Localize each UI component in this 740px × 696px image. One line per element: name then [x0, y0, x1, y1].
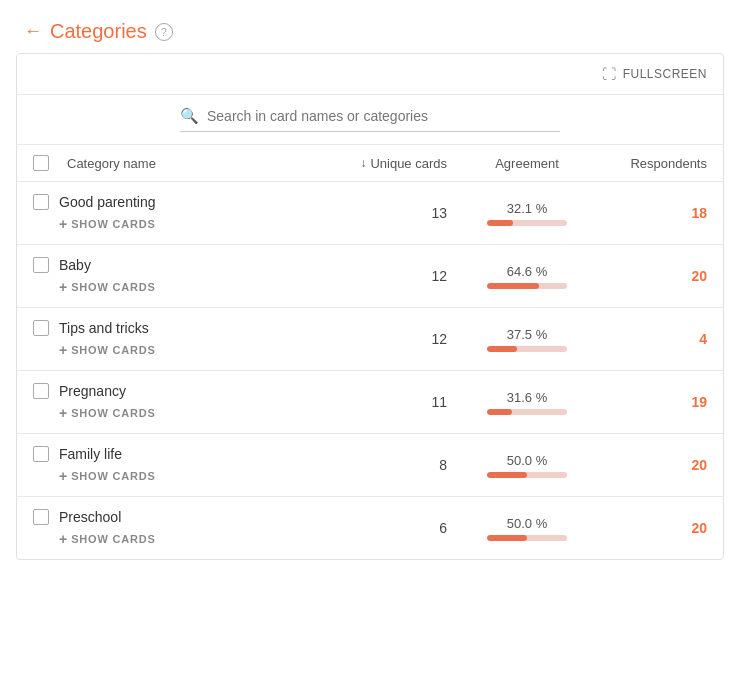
show-cards-button[interactable]: SHOW CARDS — [71, 407, 155, 419]
category-name-row: Preschool — [33, 509, 307, 525]
category-name: Good parenting — [59, 194, 156, 210]
table-row: Good parenting + SHOW CARDS 13 32.1 % 18 — [17, 182, 723, 245]
agreement-bar — [487, 283, 567, 289]
table-header: Category name ↓ Unique cards Agreement R… — [17, 145, 723, 182]
category-left-0: Good parenting + SHOW CARDS — [33, 194, 307, 232]
table-row: Tips and tricks + SHOW CARDS 12 37.5 % 4 — [17, 308, 723, 371]
plus-icon: + — [59, 531, 67, 547]
agreement-value: 50.0 % — [507, 453, 547, 468]
table-row: Pregnancy + SHOW CARDS 11 31.6 % 19 — [17, 371, 723, 434]
category-name-row: Good parenting — [33, 194, 307, 210]
show-cards-row: + SHOW CARDS — [59, 468, 307, 484]
search-bar: 🔍 — [17, 95, 723, 145]
agreement-cell: 32.1 % — [447, 201, 607, 226]
agreement-bar — [487, 346, 567, 352]
agreement-bar — [487, 472, 567, 478]
search-icon: 🔍 — [180, 107, 199, 125]
agreement-bar — [487, 409, 567, 415]
show-cards-row: + SHOW CARDS — [59, 216, 307, 232]
agreement-bar — [487, 535, 567, 541]
table-body: Good parenting + SHOW CARDS 13 32.1 % 18… — [17, 182, 723, 559]
fullscreen-button[interactable]: ⛶ FULLSCREEN — [602, 66, 707, 82]
header-agreement: Agreement — [447, 156, 607, 171]
table-row: Preschool + SHOW CARDS 6 50.0 % 20 — [17, 497, 723, 559]
unique-cards-count: 12 — [307, 331, 447, 347]
category-left-4: Family life + SHOW CARDS — [33, 446, 307, 484]
agreement-value: 31.6 % — [507, 390, 547, 405]
category-name-row: Tips and tricks — [33, 320, 307, 336]
show-cards-row: + SHOW CARDS — [59, 279, 307, 295]
row-checkbox-3[interactable] — [33, 383, 49, 399]
category-name: Tips and tricks — [59, 320, 149, 336]
row-checkbox-2[interactable] — [33, 320, 49, 336]
page-header: ← Categories ? — [0, 0, 740, 53]
agreement-bar — [487, 220, 567, 226]
show-cards-row: + SHOW CARDS — [59, 531, 307, 547]
agreement-bar-fill — [487, 472, 527, 478]
category-name-row: Pregnancy — [33, 383, 307, 399]
sort-icon: ↓ — [360, 156, 366, 170]
agreement-value: 64.6 % — [507, 264, 547, 279]
agreement-cell: 50.0 % — [447, 516, 607, 541]
category-name: Baby — [59, 257, 91, 273]
respondents-count: 18 — [607, 205, 707, 221]
agreement-cell: 64.6 % — [447, 264, 607, 289]
fullscreen-icon: ⛶ — [602, 66, 617, 82]
category-name-row: Baby — [33, 257, 307, 273]
agreement-bar-fill — [487, 220, 513, 226]
category-name: Family life — [59, 446, 122, 462]
show-cards-row: + SHOW CARDS — [59, 342, 307, 358]
header-category: Category name — [33, 155, 307, 171]
toolbar: ⛶ FULLSCREEN — [17, 54, 723, 95]
agreement-bar-fill — [487, 346, 517, 352]
plus-icon: + — [59, 279, 67, 295]
row-checkbox-0[interactable] — [33, 194, 49, 210]
show-cards-button[interactable]: SHOW CARDS — [71, 281, 155, 293]
table-row: Family life + SHOW CARDS 8 50.0 % 20 — [17, 434, 723, 497]
respondents-count: 20 — [607, 457, 707, 473]
row-checkbox-4[interactable] — [33, 446, 49, 462]
header-category-label: Category name — [67, 156, 156, 171]
header-unique-cards: ↓ Unique cards — [307, 156, 447, 171]
header-respondents: Respondents — [607, 156, 707, 171]
agreement-value: 32.1 % — [507, 201, 547, 216]
respondents-count: 20 — [607, 268, 707, 284]
table-row: Baby + SHOW CARDS 12 64.6 % 20 — [17, 245, 723, 308]
agreement-cell: 37.5 % — [447, 327, 607, 352]
agreement-bar-fill — [487, 283, 539, 289]
category-name: Preschool — [59, 509, 121, 525]
unique-cards-count: 12 — [307, 268, 447, 284]
show-cards-button[interactable]: SHOW CARDS — [71, 218, 155, 230]
fullscreen-label: FULLSCREEN — [623, 67, 707, 81]
select-all-checkbox[interactable] — [33, 155, 49, 171]
search-input[interactable] — [207, 108, 560, 124]
show-cards-row: + SHOW CARDS — [59, 405, 307, 421]
agreement-cell: 50.0 % — [447, 453, 607, 478]
page-title: Categories — [50, 20, 147, 43]
plus-icon: + — [59, 468, 67, 484]
agreement-bar-fill — [487, 535, 527, 541]
category-left-2: Tips and tricks + SHOW CARDS — [33, 320, 307, 358]
search-wrapper: 🔍 — [180, 107, 560, 132]
main-container: ⛶ FULLSCREEN 🔍 Category name ↓ Unique ca… — [16, 53, 724, 560]
unique-cards-count: 11 — [307, 394, 447, 410]
row-checkbox-1[interactable] — [33, 257, 49, 273]
agreement-bar-fill — [487, 409, 512, 415]
category-left-1: Baby + SHOW CARDS — [33, 257, 307, 295]
row-checkbox-5[interactable] — [33, 509, 49, 525]
unique-cards-count: 6 — [307, 520, 447, 536]
unique-cards-count: 8 — [307, 457, 447, 473]
plus-icon: + — [59, 342, 67, 358]
back-button[interactable]: ← — [24, 21, 42, 42]
category-name: Pregnancy — [59, 383, 126, 399]
show-cards-button[interactable]: SHOW CARDS — [71, 470, 155, 482]
show-cards-button[interactable]: SHOW CARDS — [71, 344, 155, 356]
plus-icon: + — [59, 216, 67, 232]
respondents-count: 19 — [607, 394, 707, 410]
agreement-value: 37.5 % — [507, 327, 547, 342]
respondents-count: 20 — [607, 520, 707, 536]
show-cards-button[interactable]: SHOW CARDS — [71, 533, 155, 545]
help-icon[interactable]: ? — [155, 23, 173, 41]
respondents-count: 4 — [607, 331, 707, 347]
plus-icon: + — [59, 405, 67, 421]
